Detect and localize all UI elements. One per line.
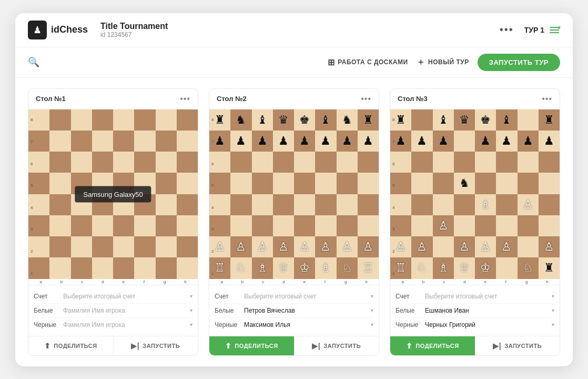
chess-cell — [433, 194, 454, 215]
score-placeholder: Выберите итоговый счет — [425, 293, 497, 300]
chess-cell — [230, 194, 251, 215]
white-label: Белые — [34, 307, 59, 314]
file-label: f — [315, 280, 335, 284]
share-button[interactable]: ⬆ ПОДЕЛИТЬСЯ — [390, 336, 475, 355]
file-label: h — [175, 280, 196, 284]
white-select[interactable]: Фамилия Имя игрока ▾ — [63, 307, 192, 314]
chess-cell: ♟ — [518, 131, 539, 152]
score-select[interactable]: Выберите итоговый счет ▾ — [425, 293, 554, 300]
chess-cell: ♙ — [454, 236, 475, 257]
chess-piece: ♜ — [396, 114, 406, 126]
white-label: Белые — [396, 307, 421, 314]
search-icon[interactable]: 🔍 — [28, 56, 39, 68]
chess-cell — [518, 236, 539, 257]
chess-cell: ♙ — [518, 194, 539, 215]
white-select[interactable]: Петров Вячеслав ▾ — [244, 307, 373, 314]
file-label: g — [155, 280, 175, 284]
black-select[interactable]: Черных Григорий ▾ — [425, 321, 554, 328]
chess-piece: ♟ — [480, 135, 491, 147]
chess-cell — [209, 194, 230, 215]
black-label: Черные — [34, 321, 59, 328]
black-label: Черные — [215, 321, 240, 328]
table-menu-button[interactable]: ••• — [361, 94, 371, 104]
table-card-2: Стол №2 ••• 87654321 ♜♞♝♛♚♝♞♜♟♟♟♟♟♟♟♟♙♙♙… — [209, 88, 379, 356]
chess-cell — [113, 173, 134, 194]
chess-cell — [230, 215, 251, 236]
chess-cell — [518, 152, 539, 173]
chess-piece: ♟ — [215, 135, 225, 147]
chess-cell: ♘ — [518, 257, 539, 278]
chess-cell: ♛ — [454, 109, 475, 131]
chess-cell — [518, 173, 539, 194]
chess-cell — [273, 173, 294, 194]
white-select[interactable]: Ешманов Иван ▾ — [425, 307, 554, 314]
chess-cell — [49, 257, 70, 278]
file-labels: abcdefgh — [28, 279, 198, 285]
chess-cell — [134, 109, 155, 131]
chess-piece: ♙ — [438, 220, 449, 232]
table-menu-button[interactable]: ••• — [542, 94, 552, 104]
file-label: e — [475, 280, 495, 284]
share-button[interactable]: ⬆ ПОДЕЛИТЬСЯ — [28, 336, 114, 355]
chess-cell — [390, 173, 411, 194]
chess-cell — [92, 236, 113, 257]
chess-cell: ♟ — [273, 131, 294, 152]
round-list-icon[interactable] — [549, 24, 560, 36]
chess-cell — [358, 173, 379, 194]
chess-piece: ♙ — [363, 241, 373, 253]
chess-cell — [252, 152, 273, 173]
chess-cell — [273, 215, 294, 236]
chess-cell: ♙ — [390, 236, 411, 257]
chess-cell — [358, 194, 379, 215]
chess-cell — [315, 173, 336, 194]
start-tour-button[interactable]: ЗАПУСТИТЬ ТУР — [478, 54, 560, 71]
chess-cell: ♜ — [209, 109, 230, 131]
start-icon: ▶| — [131, 342, 139, 350]
chess-cell — [49, 236, 70, 257]
chess-cell — [273, 152, 294, 173]
white-row: Белые Фамилия Имя игрока ▾ — [34, 304, 192, 318]
black-select[interactable]: Фамилия Имя игрока ▾ — [63, 321, 192, 328]
black-select[interactable]: Максимов Илья ▾ — [244, 321, 373, 328]
chess-cell: ♙ — [433, 215, 454, 236]
chess-cell — [411, 173, 432, 194]
start-button[interactable]: ▶| ЗАПУСТИТЬ — [475, 336, 560, 355]
start-button[interactable]: ▶| ЗАПУСТИТЬ — [295, 336, 379, 355]
score-select[interactable]: Выберите итоговый счет ▾ — [244, 293, 373, 300]
white-value: Фамилия Имя игрока — [63, 307, 125, 314]
logo-icon: ♟ — [28, 21, 47, 39]
chess-cell: ♘ — [411, 257, 432, 278]
score-row: Счет Выберите итоговый счет ▾ — [215, 290, 373, 304]
score-select[interactable]: Выберите итоговый счет ▾ — [63, 293, 192, 300]
chess-piece: ♟ — [236, 135, 246, 147]
chess-cell: ♗ — [433, 257, 454, 278]
new-round-button[interactable]: ＋ НОВЫЙ ТУР — [417, 57, 469, 68]
start-button[interactable]: ▶| ЗАПУСТИТЬ — [114, 336, 198, 355]
table-header: Стол №3 ••• — [390, 89, 560, 109]
table-header: Стол №2 ••• — [209, 89, 379, 109]
chess-cell: ♔ — [475, 257, 496, 278]
file-label: c — [253, 280, 273, 284]
chess-cell — [315, 215, 336, 236]
share-label: ПОДЕЛИТЬСЯ — [235, 343, 278, 349]
table-title: Стол №1 — [36, 95, 180, 103]
chess-piece: ♘ — [417, 262, 427, 274]
chess-cell — [28, 215, 49, 236]
chess-grid: ♜♝♛♚♝♜♟♟♟♟♟♟♟♞♗♙♙♙♙♙♙♙♙♖♘♗♕♔♘♜ — [390, 109, 560, 279]
chess-cell — [92, 257, 113, 278]
header-menu-button[interactable]: ••• — [500, 24, 514, 36]
chess-piece: ♞ — [459, 177, 470, 189]
chess-piece: ♙ — [523, 199, 533, 211]
chess-piece: ♔ — [299, 262, 310, 274]
chess-grid — [28, 109, 198, 279]
share-button[interactable]: ⬆ ПОДЕЛИТЬСЯ — [209, 336, 295, 355]
chess-piece: ♙ — [215, 241, 225, 253]
table-menu-button[interactable]: ••• — [180, 94, 190, 104]
file-label: d — [454, 280, 475, 284]
chess-cell — [71, 109, 92, 131]
tournament-info: Title Tournament id 1234567 — [100, 22, 500, 38]
boards-button[interactable]: ⊞ РАБОТА С ДОСКАМИ — [328, 57, 408, 67]
chess-cell — [539, 194, 560, 215]
file-labels: abcdefgh — [209, 279, 379, 285]
chess-piece: ♚ — [299, 114, 310, 126]
